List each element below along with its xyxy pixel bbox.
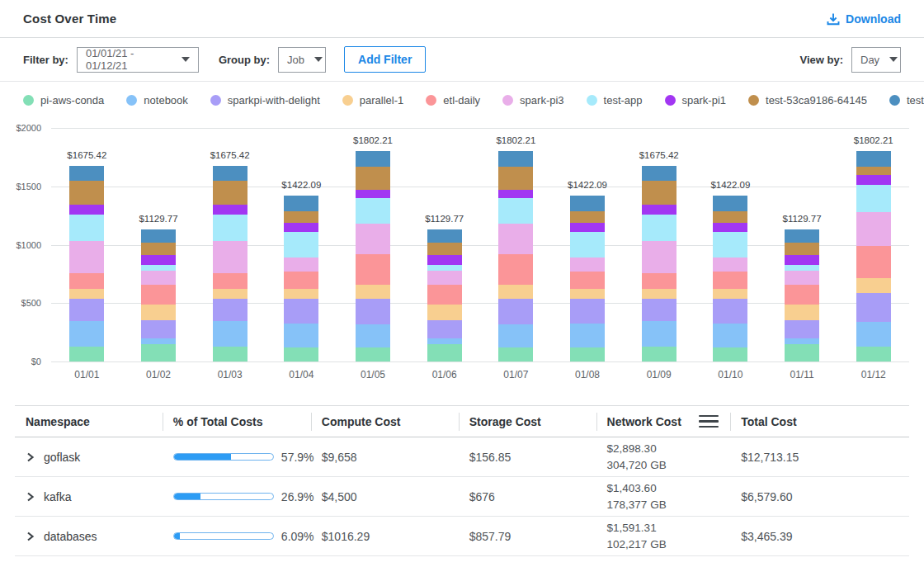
stacked-bar-01/03[interactable] <box>213 166 248 361</box>
bar-segment-etl-daily[interactable] <box>642 273 676 289</box>
legend-item-sparkpi-with-delight[interactable]: sparkpi-with-delight <box>210 94 320 106</box>
bar-segment-parallel-1[interactable] <box>356 285 390 299</box>
bar-segment-sparkpi-with-delight[interactable] <box>213 299 248 321</box>
bar-segment-spark-pi1[interactable] <box>642 205 676 215</box>
bar-segment-test-app[interactable] <box>713 232 747 258</box>
bar-segment-spark-pi3[interactable] <box>141 271 176 285</box>
bar-segment-pi-aws-conda[interactable] <box>570 347 605 361</box>
bar-segment-spark-pi1[interactable] <box>427 255 462 266</box>
legend-item-pi-aws-conda[interactable]: pi-aws-conda <box>23 94 104 106</box>
bar-segment-notebook[interactable] <box>141 338 176 345</box>
bar-segment-sparkpi-with-delight[interactable] <box>141 320 176 338</box>
bar-segment-etl-daily[interactable] <box>785 285 819 305</box>
bar-segment-parallel-1[interactable] <box>498 285 533 299</box>
namespace-expander-goflask[interactable]: goflask <box>15 451 163 464</box>
legend-item-test-53ca9186-64145[interactable]: test-53ca9186-64145 <box>748 94 867 106</box>
bar-segment-test-pkix[interactable] <box>713 196 747 211</box>
bar-segment-etl-daily[interactable] <box>856 246 891 279</box>
column-header-total-cost[interactable]: Total Cost <box>730 406 909 437</box>
bar-segment-test-53ca9186-64145[interactable] <box>713 211 747 224</box>
bar-segment-spark-pi1[interactable] <box>570 223 605 231</box>
bar-segment-spark-pi3[interactable] <box>356 224 390 254</box>
group-by-select[interactable]: Job <box>278 47 326 73</box>
bar-segment-test-53ca9186-64145[interactable] <box>141 243 176 254</box>
bar-segment-notebook[interactable] <box>69 321 104 347</box>
bar-segment-notebook[interactable] <box>856 322 891 347</box>
bar-segment-test-app[interactable] <box>284 232 318 258</box>
date-range-select[interactable]: 01/01/21 - 01/12/21 <box>77 47 199 73</box>
bar-segment-spark-pi1[interactable] <box>356 190 390 198</box>
bar-segment-spark-pi1[interactable] <box>785 255 819 266</box>
bar-segment-test-pkix[interactable] <box>356 151 390 167</box>
bar-segment-test-app[interactable] <box>856 185 891 213</box>
bar-segment-spark-pi1[interactable] <box>856 175 891 185</box>
download-button[interactable]: Download <box>827 12 901 26</box>
stacked-bar-01/06[interactable] <box>427 229 462 361</box>
bar-segment-parallel-1[interactable] <box>427 305 462 320</box>
bar-segment-notebook[interactable] <box>713 324 747 347</box>
stacked-bar-01/11[interactable] <box>785 229 819 361</box>
bar-segment-spark-pi1[interactable] <box>141 255 176 266</box>
bar-segment-test-pkix[interactable] <box>213 166 248 181</box>
bar-segment-pi-aws-conda[interactable] <box>785 344 819 361</box>
stacked-bar-01/09[interactable] <box>642 166 676 361</box>
bar-segment-etl-daily[interactable] <box>213 273 248 289</box>
stacked-bar-01/02[interactable] <box>141 229 176 361</box>
bar-segment-test-53ca9186-64145[interactable] <box>284 211 318 224</box>
legend-item-etl-daily[interactable]: etl-daily <box>426 94 480 106</box>
bar-segment-test-app[interactable] <box>69 215 104 240</box>
bar-segment-test-app[interactable] <box>141 265 176 271</box>
bar-segment-pi-aws-conda[interactable] <box>427 344 462 361</box>
bar-segment-pi-aws-conda[interactable] <box>498 347 533 361</box>
stacked-bar-01/10[interactable] <box>713 196 747 361</box>
bar-segment-etl-daily[interactable] <box>141 285 176 305</box>
bar-segment-etl-daily[interactable] <box>427 285 462 305</box>
bar-segment-spark-pi3[interactable] <box>713 258 747 272</box>
bar-segment-pi-aws-conda[interactable] <box>356 347 390 361</box>
bar-segment-parallel-1[interactable] <box>69 289 104 299</box>
bar-segment-test-pkix[interactable] <box>856 151 891 167</box>
bar-segment-spark-pi1[interactable] <box>213 205 248 215</box>
bar-segment-sparkpi-with-delight[interactable] <box>642 299 676 321</box>
bar-segment-notebook[interactable] <box>213 321 248 347</box>
legend-item-test-app[interactable]: test-app <box>587 94 643 106</box>
bar-segment-test-app[interactable] <box>427 265 462 271</box>
bar-segment-test-app[interactable] <box>570 232 605 258</box>
legend-item-parallel-1[interactable]: parallel-1 <box>342 94 403 106</box>
bar-segment-notebook[interactable] <box>427 338 462 345</box>
bar-segment-etl-daily[interactable] <box>713 272 747 289</box>
stacked-bar-01/01[interactable] <box>69 166 104 361</box>
column-menu-icon[interactable] <box>699 415 719 428</box>
bar-segment-spark-pi3[interactable] <box>570 258 605 272</box>
bar-segment-test-pkix[interactable] <box>284 196 318 211</box>
bar-segment-pi-aws-conda[interactable] <box>713 347 747 361</box>
bar-segment-spark-pi1[interactable] <box>284 223 318 231</box>
bar-segment-sparkpi-with-delight[interactable] <box>427 320 462 338</box>
stacked-bar-01/08[interactable] <box>570 196 605 361</box>
bar-segment-pi-aws-conda[interactable] <box>856 347 891 361</box>
add-filter-button[interactable]: Add Filter <box>344 46 426 73</box>
bar-segment-spark-pi3[interactable] <box>785 271 819 285</box>
bar-segment-notebook[interactable] <box>642 321 676 347</box>
bar-segment-spark-pi3[interactable] <box>69 241 104 273</box>
bar-segment-pi-aws-conda[interactable] <box>213 347 248 361</box>
bar-segment-sparkpi-with-delight[interactable] <box>856 293 891 322</box>
bar-segment-parallel-1[interactable] <box>141 305 176 320</box>
bar-segment-notebook[interactable] <box>785 338 819 345</box>
bar-segment-test-app[interactable] <box>642 215 676 240</box>
bar-segment-spark-pi1[interactable] <box>498 190 533 198</box>
bar-segment-parallel-1[interactable] <box>856 278 891 292</box>
bar-segment-pi-aws-conda[interactable] <box>642 347 676 361</box>
stacked-bar-01/12[interactable] <box>856 151 891 361</box>
bar-segment-sparkpi-with-delight[interactable] <box>570 299 605 323</box>
bar-segment-test-app[interactable] <box>498 198 533 224</box>
bar-segment-etl-daily[interactable] <box>356 254 390 285</box>
bar-segment-test-app[interactable] <box>356 198 390 224</box>
legend-item-spark-pi1[interactable]: spark-pi1 <box>665 94 726 106</box>
bar-segment-test-pkix[interactable] <box>570 196 605 211</box>
bar-segment-test-pkix[interactable] <box>785 229 819 243</box>
bar-segment-notebook[interactable] <box>284 324 318 347</box>
bar-segment-test-pkix[interactable] <box>427 229 462 243</box>
bar-segment-spark-pi3[interactable] <box>498 224 533 254</box>
bar-segment-test-53ca9186-64145[interactable] <box>570 211 605 224</box>
